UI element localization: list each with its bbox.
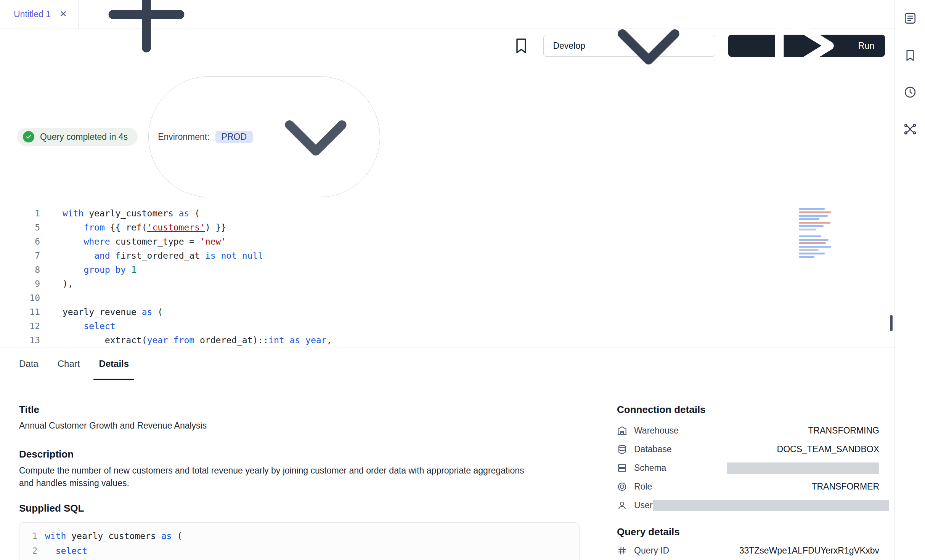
row-label: User bbox=[634, 500, 653, 510]
schema-icon bbox=[617, 463, 627, 473]
code-line: 9), bbox=[0, 277, 894, 291]
main-area: Untitled 1 × Develop bbox=[0, 0, 894, 560]
sql-editor[interactable]: 1with yearly_customers as (5 from {{ ref… bbox=[0, 203, 894, 347]
app-root: Untitled 1 × Develop bbox=[0, 0, 925, 560]
redacted-value bbox=[653, 500, 889, 511]
bookmark-button[interactable] bbox=[512, 37, 530, 55]
toolbar: Develop Run bbox=[0, 29, 894, 62]
query-status-text: Query completed in 4s bbox=[40, 132, 128, 142]
row-label: Schema bbox=[634, 463, 666, 473]
new-tab-button[interactable] bbox=[79, 0, 214, 29]
supplied-sql-code: 1with yearly_customers as (2 select3 ext… bbox=[19, 529, 579, 560]
details-left-column: Title Annual Customer Growth and Revenue… bbox=[19, 404, 580, 560]
hash-icon bbox=[617, 546, 627, 556]
query-status-pill: Query completed in 4s bbox=[17, 128, 138, 146]
title-heading: Title bbox=[19, 404, 580, 415]
code-line: 12 select bbox=[0, 319, 894, 333]
row-label: Warehouse bbox=[634, 426, 679, 436]
connection-details-rows: WarehouseTRANSFORMINGDatabaseDOCS_TEAM_S… bbox=[617, 421, 879, 515]
code-line: 8 group by 1 bbox=[0, 263, 894, 277]
code-line: 5 from {{ ref('customers') }} bbox=[0, 221, 894, 235]
run-label: Run bbox=[858, 41, 874, 51]
connection-row: DatabaseDOCS_TEAM_SANDBOX bbox=[617, 440, 879, 459]
connection-row: WarehouseTRANSFORMING bbox=[617, 421, 879, 440]
query-details-rows: Query ID33TZseWpe1ALFDUYerxR1gVKxbvDurat… bbox=[617, 541, 879, 560]
connection-row: Schema bbox=[617, 459, 879, 477]
code-line: 1with yearly_customers as ( bbox=[0, 206, 894, 221]
history-icon[interactable] bbox=[903, 85, 917, 99]
details-panel: Title Annual Customer Growth and Revenue… bbox=[0, 380, 894, 560]
redacted-value bbox=[727, 462, 879, 474]
status-row: Query completed in 4s Environment: PROD bbox=[0, 62, 894, 203]
chevron-down-icon bbox=[259, 80, 373, 194]
environment-value-chip: PROD bbox=[215, 131, 253, 143]
connection-row: RoleTRANSFORMER bbox=[617, 477, 879, 496]
query-details-row: Query ID33TZseWpe1ALFDUYerxR1gVKxbv bbox=[617, 541, 879, 560]
code-line: 7 and first_ordered_at is not null bbox=[0, 249, 894, 263]
bookmark-icon[interactable] bbox=[903, 48, 917, 62]
results-tabs: DataChartDetails bbox=[0, 347, 894, 380]
warehouse-icon bbox=[617, 426, 627, 436]
right-rail bbox=[894, 0, 925, 560]
row-value: 33TZseWpe1ALFDUYerxR1gVKxbv bbox=[739, 546, 879, 556]
row-label: Role bbox=[634, 482, 652, 492]
minimap[interactable] bbox=[799, 208, 844, 259]
user-icon bbox=[617, 500, 627, 510]
editor-scrollbar[interactable] bbox=[890, 315, 893, 331]
develop-label: Develop bbox=[553, 41, 585, 51]
editor-code: 1with yearly_customers as (5 from {{ ref… bbox=[0, 206, 894, 347]
bookmark-icon bbox=[512, 37, 530, 55]
tab-chart[interactable]: Chart bbox=[58, 347, 80, 380]
code-line: 3 extract(year from first_ordered_at)::i… bbox=[19, 558, 579, 560]
row-label: Database bbox=[634, 444, 671, 454]
lineage-icon[interactable] bbox=[903, 122, 917, 136]
query-details-heading: Query details bbox=[617, 526, 879, 538]
code-line: 13 extract(year from ordered_at)::int as… bbox=[0, 333, 894, 347]
row-label: Query ID bbox=[634, 546, 669, 556]
row-value: DOCS_TEAM_SANDBOX bbox=[777, 444, 879, 454]
tab-untitled-1[interactable]: Untitled 1 × bbox=[0, 0, 79, 29]
supplied-sql-block: 1with yearly_customers as (2 select3 ext… bbox=[19, 522, 580, 560]
run-button[interactable]: Run bbox=[728, 35, 885, 57]
code-line: 2 select bbox=[19, 544, 579, 558]
row-value: TRANSFORMER bbox=[811, 482, 879, 492]
develop-dropdown[interactable]: Develop bbox=[543, 35, 715, 57]
tab-details[interactable]: Details bbox=[99, 347, 129, 380]
query-list-icon[interactable] bbox=[903, 11, 917, 25]
environment-selector[interactable]: Environment: PROD bbox=[148, 76, 380, 197]
code-line: 1with yearly_customers as ( bbox=[19, 529, 579, 544]
role-icon bbox=[617, 482, 627, 492]
tab-label: Untitled 1 bbox=[14, 9, 51, 19]
query-description: Compute the number of new customers and … bbox=[19, 464, 526, 490]
connection-details-heading: Connection details bbox=[617, 404, 879, 415]
code-line: 11yearly_revenue as ( bbox=[0, 305, 894, 319]
connection-row: User bbox=[617, 496, 879, 515]
tab-data[interactable]: Data bbox=[19, 347, 39, 380]
code-line: 10 bbox=[0, 291, 894, 305]
success-check-icon bbox=[23, 131, 34, 142]
close-icon[interactable]: × bbox=[60, 8, 67, 19]
description-heading: Description bbox=[19, 448, 580, 460]
database-icon bbox=[617, 444, 627, 454]
details-right-column: Connection details WarehouseTRANSFORMING… bbox=[617, 404, 879, 560]
query-title: Annual Customer Growth and Revenue Analy… bbox=[19, 421, 580, 431]
environment-label: Environment: bbox=[158, 132, 210, 142]
code-line: 6 where customer_type = 'new' bbox=[0, 235, 894, 249]
row-value: TRANSFORMING bbox=[808, 426, 879, 436]
supplied-sql-heading: Supplied SQL bbox=[19, 502, 580, 514]
